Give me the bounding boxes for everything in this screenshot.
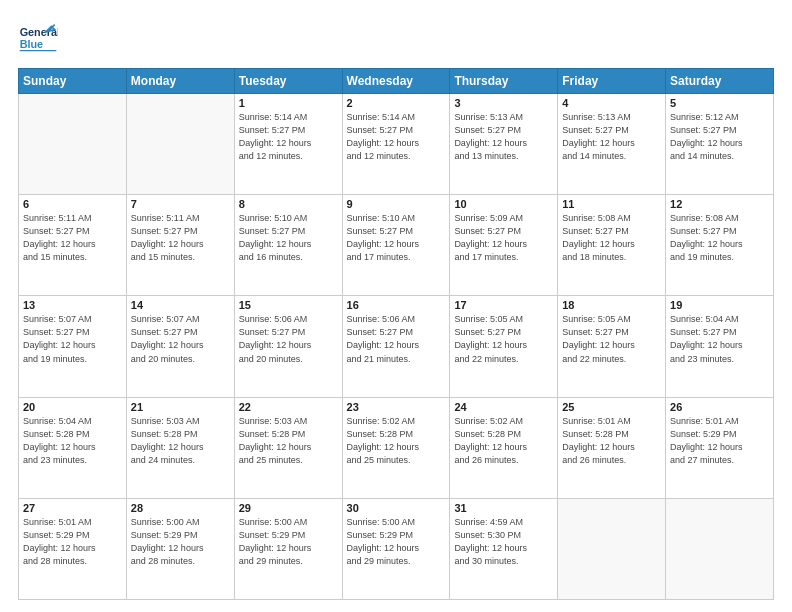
day-number: 2 [347,97,446,109]
calendar-cell [558,498,666,599]
day-info: Sunrise: 5:02 AM Sunset: 5:28 PM Dayligh… [347,415,446,467]
week-row-5: 27Sunrise: 5:01 AM Sunset: 5:29 PM Dayli… [19,498,774,599]
day-info: Sunrise: 5:14 AM Sunset: 5:27 PM Dayligh… [347,111,446,163]
day-number: 4 [562,97,661,109]
calendar-cell: 16Sunrise: 5:06 AM Sunset: 5:27 PM Dayli… [342,296,450,397]
calendar-cell: 9Sunrise: 5:10 AM Sunset: 5:27 PM Daylig… [342,195,450,296]
day-info: Sunrise: 5:07 AM Sunset: 5:27 PM Dayligh… [131,313,230,365]
calendar-cell: 14Sunrise: 5:07 AM Sunset: 5:27 PM Dayli… [126,296,234,397]
calendar-cell: 8Sunrise: 5:10 AM Sunset: 5:27 PM Daylig… [234,195,342,296]
day-number: 16 [347,299,446,311]
day-number: 29 [239,502,338,514]
calendar-cell: 3Sunrise: 5:13 AM Sunset: 5:27 PM Daylig… [450,94,558,195]
calendar-cell: 6Sunrise: 5:11 AM Sunset: 5:27 PM Daylig… [19,195,127,296]
calendar-cell: 13Sunrise: 5:07 AM Sunset: 5:27 PM Dayli… [19,296,127,397]
calendar-cell: 1Sunrise: 5:14 AM Sunset: 5:27 PM Daylig… [234,94,342,195]
svg-text:Blue: Blue [20,38,43,50]
day-number: 12 [670,198,769,210]
day-info: Sunrise: 5:01 AM Sunset: 5:29 PM Dayligh… [23,516,122,568]
weekday-header-tuesday: Tuesday [234,69,342,94]
weekday-header-wednesday: Wednesday [342,69,450,94]
calendar-cell: 17Sunrise: 5:05 AM Sunset: 5:27 PM Dayli… [450,296,558,397]
calendar-cell: 10Sunrise: 5:09 AM Sunset: 5:27 PM Dayli… [450,195,558,296]
day-info: Sunrise: 5:00 AM Sunset: 5:29 PM Dayligh… [131,516,230,568]
logo: General Blue [18,18,58,58]
day-number: 23 [347,401,446,413]
day-info: Sunrise: 5:13 AM Sunset: 5:27 PM Dayligh… [454,111,553,163]
day-number: 26 [670,401,769,413]
day-info: Sunrise: 5:00 AM Sunset: 5:29 PM Dayligh… [347,516,446,568]
day-number: 27 [23,502,122,514]
day-number: 7 [131,198,230,210]
day-number: 18 [562,299,661,311]
weekday-header-monday: Monday [126,69,234,94]
day-number: 3 [454,97,553,109]
weekday-header-friday: Friday [558,69,666,94]
calendar-cell: 25Sunrise: 5:01 AM Sunset: 5:28 PM Dayli… [558,397,666,498]
day-info: Sunrise: 5:03 AM Sunset: 5:28 PM Dayligh… [239,415,338,467]
day-info: Sunrise: 5:08 AM Sunset: 5:27 PM Dayligh… [670,212,769,264]
weekday-header-thursday: Thursday [450,69,558,94]
day-number: 31 [454,502,553,514]
day-info: Sunrise: 5:04 AM Sunset: 5:28 PM Dayligh… [23,415,122,467]
day-info: Sunrise: 5:08 AM Sunset: 5:27 PM Dayligh… [562,212,661,264]
day-info: Sunrise: 5:05 AM Sunset: 5:27 PM Dayligh… [454,313,553,365]
day-info: Sunrise: 5:04 AM Sunset: 5:27 PM Dayligh… [670,313,769,365]
day-info: Sunrise: 5:06 AM Sunset: 5:27 PM Dayligh… [347,313,446,365]
calendar-cell: 21Sunrise: 5:03 AM Sunset: 5:28 PM Dayli… [126,397,234,498]
calendar-cell: 11Sunrise: 5:08 AM Sunset: 5:27 PM Dayli… [558,195,666,296]
calendar-cell: 2Sunrise: 5:14 AM Sunset: 5:27 PM Daylig… [342,94,450,195]
calendar-cell: 29Sunrise: 5:00 AM Sunset: 5:29 PM Dayli… [234,498,342,599]
day-info: Sunrise: 5:11 AM Sunset: 5:27 PM Dayligh… [131,212,230,264]
day-info: Sunrise: 5:01 AM Sunset: 5:29 PM Dayligh… [670,415,769,467]
day-number: 6 [23,198,122,210]
calendar-cell: 22Sunrise: 5:03 AM Sunset: 5:28 PM Dayli… [234,397,342,498]
day-info: Sunrise: 5:00 AM Sunset: 5:29 PM Dayligh… [239,516,338,568]
weekday-header-sunday: Sunday [19,69,127,94]
day-number: 22 [239,401,338,413]
calendar-cell: 12Sunrise: 5:08 AM Sunset: 5:27 PM Dayli… [666,195,774,296]
calendar-cell: 31Sunrise: 4:59 AM Sunset: 5:30 PM Dayli… [450,498,558,599]
calendar-cell: 23Sunrise: 5:02 AM Sunset: 5:28 PM Dayli… [342,397,450,498]
calendar-cell: 4Sunrise: 5:13 AM Sunset: 5:27 PM Daylig… [558,94,666,195]
day-number: 25 [562,401,661,413]
day-info: Sunrise: 5:12 AM Sunset: 5:27 PM Dayligh… [670,111,769,163]
weekday-header-saturday: Saturday [666,69,774,94]
day-info: Sunrise: 5:11 AM Sunset: 5:27 PM Dayligh… [23,212,122,264]
week-row-4: 20Sunrise: 5:04 AM Sunset: 5:28 PM Dayli… [19,397,774,498]
day-number: 1 [239,97,338,109]
day-number: 19 [670,299,769,311]
day-number: 30 [347,502,446,514]
day-info: Sunrise: 5:01 AM Sunset: 5:28 PM Dayligh… [562,415,661,467]
day-number: 11 [562,198,661,210]
calendar-cell: 5Sunrise: 5:12 AM Sunset: 5:27 PM Daylig… [666,94,774,195]
calendar-cell [126,94,234,195]
day-info: Sunrise: 5:06 AM Sunset: 5:27 PM Dayligh… [239,313,338,365]
day-number: 9 [347,198,446,210]
day-number: 24 [454,401,553,413]
day-number: 17 [454,299,553,311]
week-row-2: 6Sunrise: 5:11 AM Sunset: 5:27 PM Daylig… [19,195,774,296]
calendar-cell: 28Sunrise: 5:00 AM Sunset: 5:29 PM Dayli… [126,498,234,599]
page: General Blue SundayMondayTuesdayWednesda… [0,0,792,612]
calendar-cell: 18Sunrise: 5:05 AM Sunset: 5:27 PM Dayli… [558,296,666,397]
calendar-cell [666,498,774,599]
day-number: 13 [23,299,122,311]
calendar-cell: 26Sunrise: 5:01 AM Sunset: 5:29 PM Dayli… [666,397,774,498]
day-number: 5 [670,97,769,109]
header: General Blue [18,18,774,58]
calendar-cell: 7Sunrise: 5:11 AM Sunset: 5:27 PM Daylig… [126,195,234,296]
calendar-cell: 19Sunrise: 5:04 AM Sunset: 5:27 PM Dayli… [666,296,774,397]
day-number: 28 [131,502,230,514]
calendar-table: SundayMondayTuesdayWednesdayThursdayFrid… [18,68,774,600]
calendar-cell: 20Sunrise: 5:04 AM Sunset: 5:28 PM Dayli… [19,397,127,498]
day-info: Sunrise: 5:13 AM Sunset: 5:27 PM Dayligh… [562,111,661,163]
calendar-cell [19,94,127,195]
day-info: Sunrise: 4:59 AM Sunset: 5:30 PM Dayligh… [454,516,553,568]
calendar-cell: 30Sunrise: 5:00 AM Sunset: 5:29 PM Dayli… [342,498,450,599]
day-info: Sunrise: 5:10 AM Sunset: 5:27 PM Dayligh… [239,212,338,264]
day-number: 14 [131,299,230,311]
week-row-1: 1Sunrise: 5:14 AM Sunset: 5:27 PM Daylig… [19,94,774,195]
day-number: 10 [454,198,553,210]
week-row-3: 13Sunrise: 5:07 AM Sunset: 5:27 PM Dayli… [19,296,774,397]
